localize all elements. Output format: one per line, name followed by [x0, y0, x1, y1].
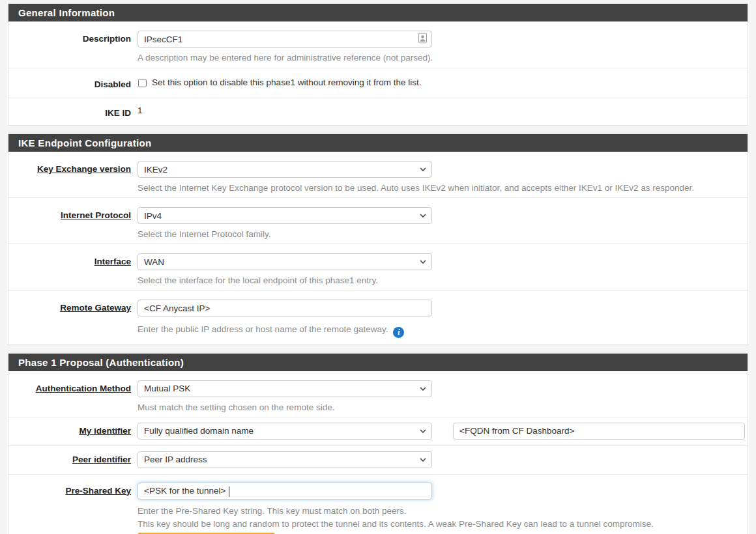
pre-shared-key-warning-text: This key should be long and random to pr…	[138, 518, 745, 531]
disabled-checkbox-label[interactable]: Set this option to disable this phase1 w…	[152, 76, 421, 89]
peer-identifier-type-select[interactable]: Peer IP address	[138, 451, 432, 468]
internet-protocol-select[interactable]: IPv4	[138, 207, 432, 224]
authentication-method-select[interactable]: Mutual PSK	[138, 380, 432, 397]
form-row-key-exchange-version: Key Exchange version IKEv2 Select the In…	[8, 152, 748, 198]
pre-shared-key-help-text: Enter the Pre-Shared Key string. This ke…	[138, 505, 745, 518]
form-row-disabled: Disabled Set this option to disable this…	[8, 68, 748, 98]
pre-shared-key-input[interactable]	[138, 483, 432, 499]
key-exchange-version-select[interactable]: IKEv2	[138, 161, 432, 178]
form-row-description: Description A description may be entered…	[8, 21, 748, 68]
autofill-icon[interactable]	[418, 33, 427, 46]
text-cursor	[229, 486, 229, 497]
form-row-internet-protocol: Internet Protocol IPv4 Select the Intern…	[8, 198, 748, 244]
panel-ike-endpoint-configuration: IKE Endpoint Configuration Key Exchange …	[8, 134, 748, 345]
remote-gateway-label: Remote Gateway	[8, 300, 131, 313]
authentication-method-help-text: Must match the setting chosen on the rem…	[138, 401, 745, 414]
ike-id-value: 1	[138, 105, 745, 117]
key-exchange-version-label: Key Exchange version	[8, 161, 131, 175]
form-row-interface: Interface WAN Select the interface for t…	[8, 244, 748, 290]
remote-gateway-help-text: Enter the public IP address or host name…	[138, 324, 388, 334]
interface-label: Interface	[8, 253, 131, 267]
description-input[interactable]	[138, 31, 432, 48]
disabled-label: Disabled	[8, 76, 131, 90]
section-title: General Information	[8, 4, 748, 21]
authentication-method-label: Authentication Method	[8, 380, 131, 394]
my-identifier-label: My identifier	[8, 423, 131, 436]
form-row-remote-gateway: Remote Gateway Enter the public IP addre…	[8, 290, 748, 344]
description-label: Description	[8, 31, 131, 44]
form-row-pre-shared-key: Pre-Shared Key Enter the Pre-Shared Key …	[8, 475, 748, 534]
form-row-peer-identifier: Peer identifier Peer IP address	[8, 446, 748, 475]
interface-help-text: Select the interface for the local endpo…	[138, 274, 745, 287]
my-identifier-type-select[interactable]: Fully qualified domain name	[138, 423, 432, 440]
ike-id-label: IKE ID	[8, 105, 131, 119]
key-exchange-version-help-text: Select the Internet Key Exchange protoco…	[138, 182, 745, 195]
panel-phase1-proposal-authentication: Phase 1 Proposal (Authentication) Authen…	[8, 353, 748, 534]
disabled-checkbox[interactable]	[138, 79, 147, 87]
remote-gateway-input[interactable]	[138, 300, 432, 316]
my-identifier-value-input[interactable]	[453, 423, 745, 440]
pre-shared-key-label: Pre-Shared Key	[8, 483, 131, 496]
section-title: Phase 1 Proposal (Authentication)	[8, 354, 748, 371]
peer-identifier-label: Peer identifier	[8, 451, 131, 465]
form-row-ike-id: IKE ID 1	[8, 98, 748, 125]
internet-protocol-label: Internet Protocol	[8, 207, 131, 221]
panel-general-information: General Information Description A descri…	[8, 3, 748, 126]
description-help-text: A description may be entered here for ad…	[138, 51, 745, 64]
ipsec-phase1-form: General Information Description A descri…	[0, 0, 756, 534]
interface-select[interactable]: WAN	[138, 253, 432, 270]
internet-protocol-help-text: Select the Internet Protocol family.	[138, 228, 745, 241]
form-row-authentication-method: Authentication Method Mutual PSK Must ma…	[8, 371, 748, 417]
form-row-my-identifier: My identifier Fully qualified domain nam…	[8, 417, 748, 446]
info-circle-icon[interactable]: i	[393, 327, 404, 338]
section-title: IKE Endpoint Configuration	[8, 134, 748, 152]
